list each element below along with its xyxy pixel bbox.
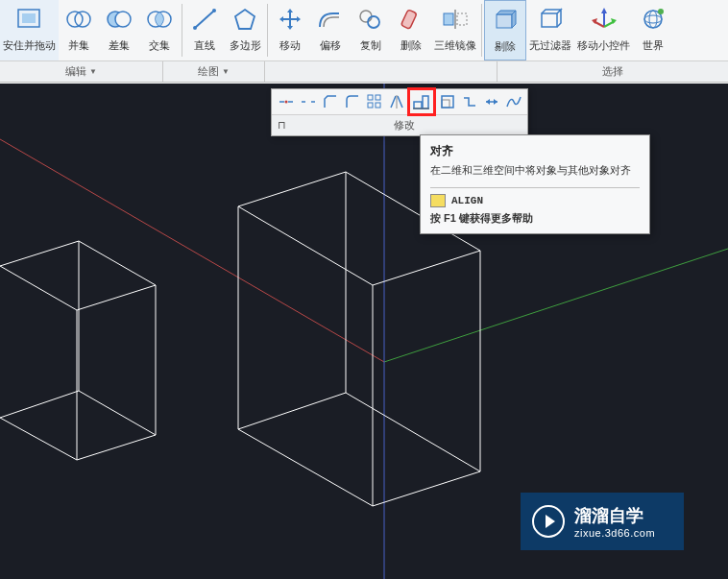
subtract-button[interactable]: 差集	[99, 0, 139, 60]
axis-x	[0, 139, 384, 362]
svg-point-5	[115, 12, 131, 27]
svg-rect-53	[442, 96, 453, 108]
3d-mirror-icon	[438, 2, 473, 36]
tooltip-title: 对齐	[430, 143, 640, 159]
union-button[interactable]: 并集	[59, 0, 99, 60]
svg-rect-47	[376, 103, 380, 108]
small-box-wire	[0, 241, 156, 460]
svg-rect-1	[22, 13, 36, 23]
mirror-axis-icon[interactable]	[385, 91, 407, 112]
line-icon	[187, 2, 222, 36]
copy-button[interactable]: 复制	[351, 0, 391, 60]
svg-rect-17	[444, 13, 453, 25]
svg-marker-56	[494, 99, 497, 105]
svg-point-29	[644, 15, 662, 23]
chamfer-edge-icon[interactable]	[341, 91, 363, 112]
svg-line-37	[346, 393, 480, 471]
watermark-cn: 溜溜自学	[574, 504, 655, 527]
svg-rect-49	[414, 102, 422, 109]
command-icon	[430, 194, 446, 207]
spline-icon[interactable]	[502, 91, 524, 112]
svg-rect-45	[376, 95, 380, 100]
flyout-footer: ⊓ 修改	[272, 114, 527, 135]
line-button[interactable]: 直线	[184, 0, 225, 60]
watermark-en: zixue.3d66.com	[574, 527, 655, 539]
svg-rect-52	[442, 100, 449, 108]
break-icon[interactable]	[297, 91, 319, 112]
offset-button[interactable]: 偏移	[310, 0, 351, 60]
svg-rect-18	[457, 13, 467, 25]
press-drag-icon	[12, 2, 47, 36]
align-icon[interactable]	[407, 87, 436, 116]
svg-line-34	[79, 391, 156, 435]
tooltip-divider	[430, 187, 640, 188]
axis-y	[384, 249, 728, 362]
tooltip-help: 按 F1 键获得更多帮助	[430, 211, 640, 226]
modify-flyout-panel: ⊓ 修改	[271, 88, 528, 136]
ribbon-toolbar: 安住并拖动 并集 差集 交集 直线	[0, 0, 728, 60]
svg-rect-20	[497, 14, 512, 28]
press-and-drag-button[interactable]: 安住并拖动	[0, 0, 59, 60]
svg-rect-50	[423, 96, 428, 109]
svg-rect-46	[368, 103, 373, 108]
flyout-group-label: 修改	[286, 118, 522, 133]
group-select[interactable]: 选择	[497, 61, 728, 82]
chevron-down-icon: ▼	[222, 67, 230, 76]
move-gizmo-button[interactable]: 移动小控件	[574, 0, 633, 60]
svg-rect-16	[400, 10, 417, 30]
move-button[interactable]: 移动	[270, 0, 310, 60]
ribbon-group-labels: 编辑▼ 绘图▼ 选择	[0, 60, 728, 82]
divider	[481, 4, 482, 57]
svg-marker-25	[601, 8, 607, 13]
tooltip-description: 在二维和三维空间中将对象与其他对象对齐	[430, 163, 640, 178]
polygon-icon	[228, 2, 262, 36]
svg-point-41	[284, 101, 287, 104]
flyout-icon-row	[272, 89, 527, 114]
svg-point-12	[212, 9, 216, 12]
group-modify	[265, 61, 497, 82]
group-edit[interactable]: 编辑▼	[0, 61, 163, 82]
svg-point-30	[649, 11, 657, 28]
watermark-logo: 溜溜自学 zixue.3d66.com	[521, 493, 684, 550]
subtract-icon	[102, 2, 136, 36]
svg-line-36	[238, 393, 346, 429]
join-icon[interactable]	[458, 91, 480, 112]
svg-point-14	[360, 11, 372, 22]
svg-marker-13	[235, 10, 255, 29]
world-icon	[636, 2, 670, 36]
intersect-button[interactable]: 交集	[139, 0, 180, 60]
divider	[267, 4, 268, 57]
3d-mirror-button[interactable]: 三维镜像	[431, 0, 479, 60]
copy-icon	[353, 2, 388, 36]
group-draw[interactable]: 绘图▼	[163, 61, 265, 82]
break-point-icon[interactable]	[275, 91, 297, 112]
union-icon	[61, 2, 96, 36]
scale-icon[interactable]	[436, 91, 458, 112]
offset-icon	[313, 2, 348, 36]
chevron-down-icon: ▼	[89, 67, 97, 76]
world-button[interactable]: 世界	[633, 0, 673, 60]
culling-button[interactable]: 剔除	[484, 0, 526, 60]
intersect-icon	[142, 2, 177, 36]
play-icon	[532, 505, 565, 538]
pin-icon[interactable]: ⊓	[278, 119, 286, 132]
polygon-button[interactable]: 多边形	[225, 0, 265, 60]
svg-rect-21	[542, 13, 557, 27]
no-filter-button[interactable]: 无过滤器	[526, 0, 574, 60]
reverse-icon[interactable]	[480, 91, 502, 112]
no-filter-icon	[533, 2, 568, 36]
svg-marker-55	[486, 99, 490, 105]
move-icon	[273, 2, 307, 36]
chamfer-rect-icon[interactable]	[319, 91, 341, 112]
align-tooltip: 对齐 在二维和三维空间中将对象与其他对象对齐 ALIGN 按 F1 键获得更多帮…	[420, 134, 650, 234]
svg-rect-44	[368, 95, 373, 100]
culling-icon	[488, 3, 522, 37]
divider	[182, 4, 182, 57]
tooltip-command: ALIGN	[430, 194, 640, 207]
move-gizmo-icon	[587, 2, 621, 36]
erase-button[interactable]: 删除	[391, 0, 431, 60]
svg-point-15	[368, 16, 379, 28]
array-icon[interactable]	[363, 91, 385, 112]
svg-line-33	[0, 391, 79, 418]
svg-point-11	[193, 26, 197, 30]
